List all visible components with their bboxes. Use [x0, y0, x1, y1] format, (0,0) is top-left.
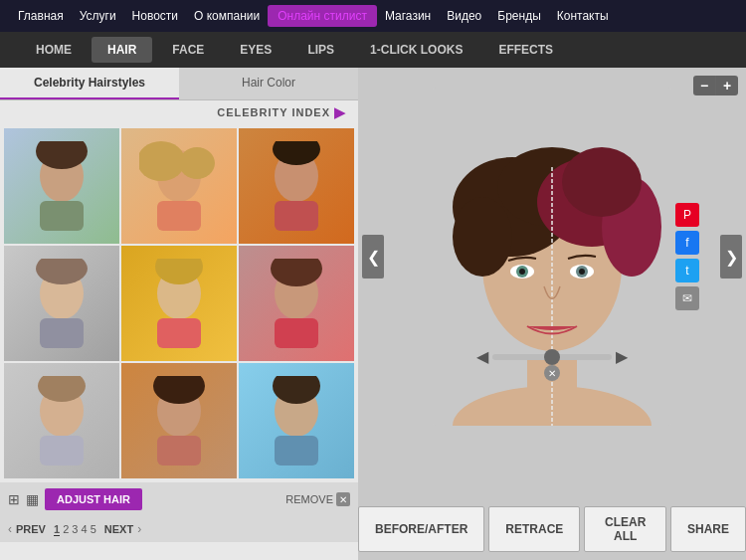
nav-novosti[interactable]: Новости: [124, 9, 186, 23]
page-4[interactable]: 4: [82, 523, 88, 535]
subnav-effects[interactable]: EFFECTS: [482, 37, 569, 63]
prev-button[interactable]: PREV: [16, 523, 46, 535]
twitter-icon[interactable]: t: [675, 259, 699, 282]
top-navigation: Главная Услуги Новости О компании Онлайн…: [0, 0, 746, 32]
nav-brendy[interactable]: Бренды: [489, 9, 548, 23]
celebrity-index-label: CELEBRITY INDEX: [217, 106, 330, 118]
subnav-eyes[interactable]: EYES: [224, 37, 287, 63]
prev-photo-arrow[interactable]: ❮: [362, 235, 384, 279]
retrace-button[interactable]: RETRACE: [488, 506, 580, 552]
next-button[interactable]: NEXT: [104, 523, 133, 535]
subnav-home[interactable]: HOME: [20, 37, 88, 63]
next-arrow[interactable]: ›: [137, 522, 141, 536]
remove-button[interactable]: REMOVE ✕: [285, 492, 350, 506]
svg-rect-9: [275, 201, 318, 231]
svg-point-33: [453, 197, 512, 277]
nav-kontakty[interactable]: Контакты: [549, 9, 617, 23]
pagination: ‹ PREV 1 2 3 4 5 NEXT ›: [0, 516, 358, 542]
email-icon[interactable]: ✉: [675, 286, 699, 310]
svg-rect-27: [275, 436, 318, 466]
photo-cell-4[interactable]: [4, 246, 119, 361]
next-photo-arrow[interactable]: ❯: [720, 235, 742, 279]
before-after-button[interactable]: BEFORE/AFTER: [358, 506, 484, 552]
slider-track[interactable]: [492, 354, 612, 360]
tab-hair-color[interactable]: Hair Color: [179, 68, 358, 99]
svg-rect-21: [40, 436, 84, 466]
list-view-icon[interactable]: ▦: [26, 491, 39, 507]
pinterest-icon[interactable]: P: [675, 203, 699, 227]
tab-celebrity-hairstyles[interactable]: Celebrity Hairstyles: [0, 68, 179, 99]
sub-navigation: HOME HAIR FACE EYES LIPS 1-CLICK LOOKS E…: [0, 32, 746, 68]
main-content: Celebrity Hairstyles Hair Color CELEBRIT…: [0, 68, 746, 560]
photo-cell-3[interactable]: [239, 128, 354, 244]
page-5[interactable]: 5: [91, 523, 96, 535]
bottom-toolbar: ⊞ ▦ ADJUST HAIR REMOVE ✕: [0, 482, 358, 516]
svg-rect-12: [40, 318, 84, 348]
svg-point-37: [562, 147, 642, 217]
photo-cell-8[interactable]: [121, 363, 237, 478]
slider-right-arrow[interactable]: ▶: [616, 347, 628, 366]
slider-container: ◀ ▶: [476, 347, 628, 366]
celebrity-index-arrow[interactable]: ▶: [334, 104, 346, 120]
svg-point-44: [579, 269, 585, 275]
tab-bar: Celebrity Hairstyles Hair Color: [0, 68, 358, 100]
page-1[interactable]: 1: [54, 523, 60, 536]
nav-video[interactable]: Видео: [439, 9, 489, 23]
page-3[interactable]: 3: [72, 523, 78, 535]
nav-onlain-stilist[interactable]: Онлайн стилист: [268, 5, 377, 27]
face-preview: ❮: [358, 68, 746, 446]
photo-cell-6[interactable]: [239, 246, 354, 361]
photo-cell-5[interactable]: [121, 246, 237, 361]
clear-all-button[interactable]: CLEAR ALL: [584, 506, 666, 552]
subnav-face[interactable]: FACE: [156, 37, 220, 63]
photo-cell-9[interactable]: [239, 363, 354, 478]
photo-cell-7[interactable]: [4, 363, 119, 478]
social-icons: P f t ✉: [675, 203, 699, 310]
slider-close-button[interactable]: ✕: [544, 365, 560, 381]
left-panel: Celebrity Hairstyles Hair Color CELEBRIT…: [0, 68, 358, 560]
photo-cell-1[interactable]: [4, 128, 119, 244]
subnav-1click[interactable]: 1-CLICK LOOKS: [354, 37, 478, 63]
svg-point-5: [179, 147, 215, 179]
grid-view-icon[interactable]: ⊞: [8, 491, 20, 507]
slider-left-arrow[interactable]: ◀: [476, 347, 488, 366]
right-panel: − + ❮: [358, 68, 746, 560]
page-2[interactable]: 2: [63, 523, 69, 535]
svg-rect-18: [275, 318, 318, 348]
svg-rect-15: [157, 318, 201, 348]
photo-grid: [0, 124, 358, 482]
photo-cell-2[interactable]: [121, 128, 237, 244]
adjust-hair-button[interactable]: ADJUST HAIR: [45, 488, 142, 510]
prev-arrow[interactable]: ‹: [8, 522, 12, 536]
subnav-lips[interactable]: LIPS: [291, 37, 350, 63]
remove-x-icon[interactable]: ✕: [336, 492, 350, 506]
nav-uslugi[interactable]: Услуги: [72, 9, 124, 23]
svg-point-4: [139, 141, 185, 181]
share-button[interactable]: SHARE: [670, 506, 746, 552]
svg-rect-6: [157, 201, 201, 231]
subnav-hair[interactable]: HAIR: [92, 37, 152, 63]
facebook-icon[interactable]: f: [675, 231, 699, 255]
svg-rect-2: [40, 201, 84, 231]
nav-ocompanii[interactable]: О компании: [186, 9, 268, 23]
nav-magazin[interactable]: Магазин: [377, 9, 439, 23]
svg-rect-24: [157, 436, 201, 466]
slider-thumb[interactable]: [544, 349, 560, 365]
action-buttons: BEFORE/AFTER RETRACE CLEAR ALL SHARE: [358, 506, 746, 552]
remove-label: REMOVE: [285, 493, 333, 505]
nav-glavnaya[interactable]: Главная: [10, 9, 72, 23]
index-bar: CELEBRITY INDEX ▶: [0, 100, 358, 124]
svg-point-41: [519, 269, 525, 275]
